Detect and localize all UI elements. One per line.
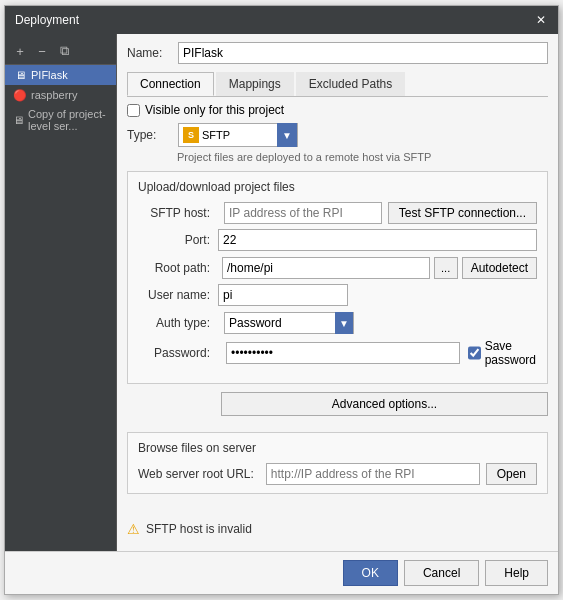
- upload-section-title: Upload/download project files: [138, 180, 537, 194]
- browse-server-title: Browse files on server: [138, 441, 537, 455]
- add-deployment-button[interactable]: +: [11, 42, 29, 60]
- warning-icon: ⚠: [127, 521, 140, 537]
- auth-type-row: Auth type: Password ▼: [138, 312, 537, 334]
- password-row: Password: Save password: [138, 339, 537, 367]
- auth-type-select[interactable]: Password ▼: [224, 312, 354, 334]
- save-password-checkbox[interactable]: [468, 346, 481, 360]
- type-dropdown-arrow[interactable]: ▼: [277, 123, 297, 147]
- copy-deployment-button[interactable]: ⧉: [55, 42, 73, 60]
- auth-dropdown-arrow[interactable]: ▼: [335, 312, 353, 334]
- port-input[interactable]: [218, 229, 537, 251]
- type-value: SFTP: [202, 129, 230, 141]
- help-button[interactable]: Help: [485, 560, 548, 586]
- browse-server-form: Browse files on server Web server root U…: [127, 432, 548, 494]
- warning-row: ⚠ SFTP host is invalid: [127, 515, 548, 543]
- type-description: Project files are deployed to a remote h…: [177, 151, 548, 163]
- autodetect-button[interactable]: Autodetect: [462, 257, 537, 279]
- dialog-body: + − ⧉ 🖥 PIFlask 🔴 raspberry 🖥 Copy of pr…: [5, 34, 558, 551]
- visible-only-checkbox[interactable]: [127, 104, 140, 117]
- name-label: Name:: [127, 46, 172, 60]
- sidebar: + − ⧉ 🖥 PIFlask 🔴 raspberry 🖥 Copy of pr…: [5, 34, 117, 551]
- remove-deployment-button[interactable]: −: [33, 42, 51, 60]
- raspberry-icon: 🔴: [13, 88, 27, 102]
- root-path-input[interactable]: [222, 257, 430, 279]
- type-select[interactable]: S SFTP ▼: [178, 123, 298, 147]
- type-icon-area: S SFTP: [179, 125, 277, 145]
- type-row: Type: S SFTP ▼: [127, 123, 548, 147]
- browse-server-section: Browse files on server Web server root U…: [127, 432, 548, 502]
- dialog-title: Deployment: [15, 13, 79, 27]
- sidebar-item-raspberry-label: raspberry: [31, 89, 77, 101]
- username-input[interactable]: [218, 284, 348, 306]
- sftp-host-label: SFTP host:: [138, 206, 218, 220]
- web-root-input[interactable]: [266, 463, 480, 485]
- sidebar-item-piflask-label: PIFlask: [31, 69, 68, 81]
- web-root-label: Web server root URL:: [138, 467, 254, 481]
- tab-excluded-paths[interactable]: Excluded Paths: [296, 72, 405, 96]
- visible-only-row: Visible only for this project: [127, 103, 548, 117]
- password-label: Password:: [138, 346, 218, 360]
- username-label: User name:: [138, 288, 218, 302]
- sftp-type-icon: S: [183, 127, 199, 143]
- main-panel: Name: Connection Mappings Excluded Paths…: [117, 34, 558, 551]
- visible-only-label: Visible only for this project: [145, 103, 284, 117]
- open-button[interactable]: Open: [486, 463, 537, 485]
- copy-icon: 🖥: [13, 113, 24, 127]
- cancel-button[interactable]: Cancel: [404, 560, 479, 586]
- root-path-label: Root path:: [138, 261, 218, 275]
- piflask-icon: 🖥: [13, 68, 27, 82]
- name-row: Name:: [127, 42, 548, 64]
- username-row: User name:: [138, 284, 537, 306]
- sidebar-toolbar: + − ⧉: [5, 38, 116, 65]
- type-label: Type:: [127, 128, 172, 142]
- sftp-host-input[interactable]: [224, 202, 382, 224]
- browse-button[interactable]: ...: [434, 257, 458, 279]
- password-input[interactable]: [226, 342, 460, 364]
- auth-type-label: Auth type:: [138, 316, 218, 330]
- root-path-row: Root path: ... Autodetect: [138, 257, 537, 279]
- upload-section: Upload/download project files SFTP host:…: [127, 171, 548, 384]
- auth-type-value: Password: [225, 314, 335, 332]
- port-label: Port:: [138, 233, 218, 247]
- tabs: Connection Mappings Excluded Paths: [127, 72, 548, 97]
- sidebar-item-copy-label: Copy of project-level ser...: [28, 108, 108, 132]
- tab-mappings[interactable]: Mappings: [216, 72, 294, 96]
- close-icon[interactable]: ✕: [534, 13, 548, 27]
- web-root-row: Web server root URL: Open: [138, 463, 537, 485]
- advanced-options-button[interactable]: Advanced options...: [221, 392, 548, 416]
- tab-connection[interactable]: Connection: [127, 72, 214, 96]
- test-sftp-button[interactable]: Test SFTP connection...: [388, 202, 537, 224]
- sidebar-item-raspberry[interactable]: 🔴 raspberry: [5, 85, 116, 105]
- name-input[interactable]: [178, 42, 548, 64]
- port-row: Port:: [138, 229, 537, 251]
- dialog-footer: OK Cancel Help: [5, 551, 558, 594]
- save-password-row: Save password: [468, 339, 537, 367]
- deployment-dialog: Deployment ✕ + − ⧉ 🖥 PIFlask 🔴 raspberry…: [4, 5, 559, 595]
- sidebar-item-piflask[interactable]: 🖥 PIFlask: [5, 65, 116, 85]
- title-bar: Deployment ✕: [5, 6, 558, 34]
- save-password-label: Save password: [485, 339, 537, 367]
- ok-button[interactable]: OK: [343, 560, 398, 586]
- warning-text: SFTP host is invalid: [146, 522, 252, 536]
- sftp-host-row: SFTP host: Test SFTP connection...: [138, 202, 537, 224]
- sidebar-item-copy[interactable]: 🖥 Copy of project-level ser...: [5, 105, 116, 135]
